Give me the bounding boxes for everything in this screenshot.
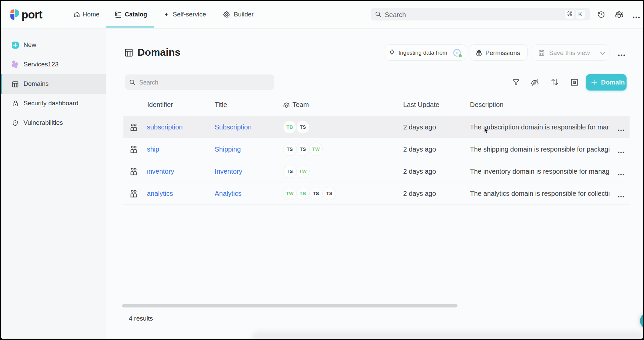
svg-text:H: H xyxy=(456,51,459,55)
